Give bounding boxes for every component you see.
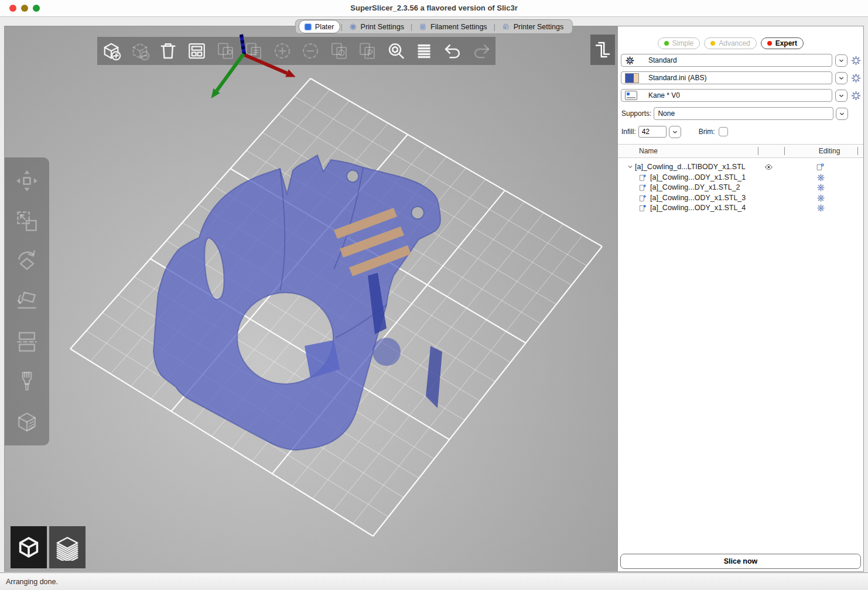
- page-dot-icon: [638, 204, 647, 212]
- toolbar-search-button[interactable]: [384, 39, 408, 63]
- page-plus-icon: [638, 194, 647, 203]
- toolbar-add-cube-button[interactable]: [99, 39, 124, 63]
- printer-settings-icon: [502, 23, 510, 31]
- toolbar-redo-button: [469, 39, 494, 63]
- object-part-label[interactable]: [a]_Cowling...ODY_x1.STL_1: [650, 173, 746, 181]
- infill-input[interactable]: [638, 126, 667, 138]
- printer-preset-combo[interactable]: Kane * V0: [621, 89, 832, 102]
- tab-printer-settings[interactable]: Printer Settings: [496, 20, 569, 33]
- eye-icon[interactable]: [764, 163, 773, 171]
- mode-expert-button[interactable]: Expert: [761, 37, 804, 49]
- print-settings-gear-button[interactable]: [850, 55, 862, 66]
- 3d-viewport[interactable]: [5, 26, 617, 571]
- gear-icon[interactable]: [816, 194, 825, 203]
- toolbar-layers-button[interactable]: [412, 39, 436, 63]
- table-row[interactable]: [a]_Cowling_d...LTIBODY_x1.STL: [618, 162, 863, 173]
- gizmo-cut-button[interactable]: [13, 328, 41, 356]
- supports-combo[interactable]: None: [654, 107, 833, 120]
- table-row[interactable]: [a]_Cowling...ODY_x1.STL_3: [618, 193, 863, 204]
- table-row[interactable]: [a]_Cowling...ODY_x1.STL_4: [618, 203, 863, 214]
- toolbar-copy-button: [213, 39, 238, 63]
- supports-dropdown-button[interactable]: [836, 108, 848, 120]
- view-editor-3d-button[interactable]: [11, 526, 47, 568]
- print-preset-dropdown-button[interactable]: [835, 54, 848, 67]
- mode-label: Advanced: [719, 39, 750, 47]
- print-preset-row: Standard: [621, 54, 862, 67]
- filament-settings-gear-button[interactable]: [850, 73, 862, 84]
- toolbar-undo-button[interactable]: [440, 39, 465, 63]
- tab-filament-settings[interactable]: Filament Settings: [413, 20, 493, 33]
- view-preview-layers-button[interactable]: [49, 526, 86, 568]
- object-part-label[interactable]: [a]_Cowling...ODY_x1.STL_4: [650, 204, 746, 212]
- mode-label: Simple: [672, 39, 694, 47]
- slice-button-area: Slice now: [618, 551, 863, 571]
- collapse-caret-icon[interactable]: [627, 163, 634, 170]
- main-tab-bar: Plater|Print Settings|Filament Settings|…: [295, 19, 573, 34]
- infill-row: Infill: Brim:: [621, 125, 862, 138]
- plater-toolbar: [97, 37, 495, 65]
- toolbar-arrange-button[interactable]: [184, 39, 209, 63]
- plater-icon: [305, 23, 312, 30]
- status-text: Arranging done.: [6, 578, 58, 586]
- mode-selector: SimpleAdvancedExpert: [618, 37, 804, 49]
- window-title: SuperSlicer_2.3.56 a flavored version of…: [0, 0, 868, 16]
- titlebar: SuperSlicer_2.3.56 a flavored version of…: [0, 0, 868, 17]
- supports-row: Supports: None: [621, 107, 848, 120]
- object-tree: [a]_Cowling_d...LTIBODY_x1.STL[a]_Cowlin…: [618, 162, 863, 214]
- supports-label: Supports:: [621, 109, 651, 118]
- filament-settings-icon: [419, 23, 427, 31]
- table-row[interactable]: [a]_Cowling...DY_x1.STL_2: [618, 183, 863, 193]
- infill-label: Infill:: [621, 128, 636, 136]
- main-content: SimpleAdvancedExpert Standard Standard.i…: [4, 26, 864, 572]
- filament-preset-row: Standard.ini (ABS): [621, 71, 862, 84]
- tab-label: Printer Settings: [514, 23, 563, 31]
- slice-now-button[interactable]: Slice now: [620, 554, 861, 569]
- table-row[interactable]: [a]_Cowling...ODY_x1.STL_1: [618, 173, 863, 183]
- filament-preset-dropdown-button[interactable]: [835, 72, 848, 84]
- gizmo-paint-button[interactable]: [13, 368, 41, 396]
- sidebar: SimpleAdvancedExpert Standard Standard.i…: [617, 26, 863, 571]
- toolbar-delete-all-trash-button[interactable]: [156, 39, 180, 63]
- gizmo-scale-button[interactable]: [13, 207, 41, 235]
- printer-settings-gear-button[interactable]: [850, 90, 862, 101]
- infill-dropdown-button[interactable]: [669, 126, 681, 138]
- filament-preset-combo[interactable]: Standard.ini (ABS): [621, 71, 832, 84]
- toolbar-split-parts-button: [355, 39, 380, 63]
- gizmo-toolbar: [5, 157, 49, 445]
- mode-dot-icon: [710, 41, 715, 46]
- tab-print-settings[interactable]: Print Settings: [343, 20, 410, 33]
- mode-advanced-button[interactable]: Advanced: [704, 37, 756, 49]
- object-root-label[interactable]: [a]_Cowling_d...LTIBODY_x1.STL: [635, 163, 746, 171]
- tab-plater[interactable]: Plater: [299, 20, 340, 33]
- gear-icon[interactable]: [816, 173, 825, 182]
- filament-color-swatches: [625, 73, 641, 83]
- object-part-label[interactable]: [a]_Cowling...ODY_x1.STL_3: [650, 194, 746, 202]
- column-name: Name: [639, 147, 658, 155]
- page-gear-icon[interactable]: [816, 163, 825, 171]
- gizmo-seam-button[interactable]: [13, 408, 41, 436]
- gizmo-place-on-face-button[interactable]: [13, 287, 41, 315]
- print-preset-combo[interactable]: Standard: [621, 54, 832, 67]
- page-plus-icon: [638, 184, 647, 192]
- model-3d: [153, 155, 442, 450]
- toolbar-delete-cube-button: [128, 39, 152, 63]
- collapse-sidebar-button[interactable]: [590, 35, 615, 65]
- toolbar-paste-button: [241, 39, 266, 63]
- printer-preset-icon: [625, 91, 641, 100]
- mode-simple-button[interactable]: Simple: [658, 37, 700, 49]
- 3d-scene-canvas[interactable]: [5, 26, 617, 571]
- gizmo-move-button[interactable]: [13, 167, 41, 195]
- brim-label: Brim:: [699, 128, 715, 136]
- toolbar-remove-instance-button: [298, 39, 323, 63]
- gear-icon[interactable]: [816, 204, 825, 212]
- maximize-window-button[interactable]: [33, 5, 40, 12]
- brim-checkbox[interactable]: [719, 127, 728, 136]
- object-part-label[interactable]: [a]_Cowling...DY_x1.STL_2: [650, 183, 740, 191]
- minimize-window-button[interactable]: [21, 5, 28, 12]
- gizmo-rotate-button[interactable]: [13, 247, 41, 275]
- gear-icon[interactable]: [816, 183, 825, 192]
- printer-preset-dropdown-button[interactable]: [835, 90, 848, 102]
- view-mode-buttons: [11, 526, 86, 568]
- supports-value: None: [658, 109, 675, 118]
- close-window-button[interactable]: [9, 5, 16, 12]
